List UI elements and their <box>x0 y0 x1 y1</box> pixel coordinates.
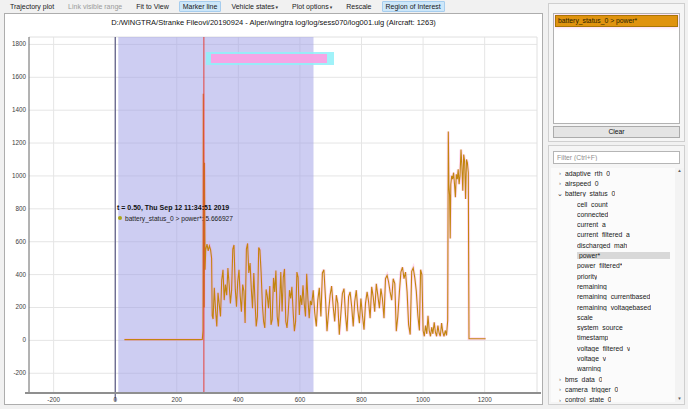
y-tick-label: 1000 <box>12 172 27 179</box>
tree-item-label: scale <box>577 314 593 321</box>
plot-panel: D:/WINGTRA/Stranke Fileovi/20190924 - Al… <box>4 13 543 405</box>
scroll-up-arrow-icon[interactable]: ▲ <box>675 168 684 173</box>
tree-item-current-a[interactable]: current_a <box>551 219 684 229</box>
tree-item-label: battery_status_0 <box>565 190 615 197</box>
tree-item-label: connected <box>577 211 608 218</box>
toolbar-button-trajectory-plot[interactable]: Trajectory plot <box>6 1 58 12</box>
x-tick-label: 400 <box>233 396 244 403</box>
dropdown-arrow-icon: ▾ <box>276 4 279 10</box>
tree-item-remaining-voltagebased[interactable]: remaining_voltagebased <box>551 302 684 312</box>
tree-item-camera-trigger-0[interactable]: ›camera_trigger_0 <box>551 384 684 394</box>
chevron-down-icon[interactable]: ⌄ <box>555 190 565 198</box>
tree-item-label: current_a <box>577 221 606 228</box>
tree-item-adaptive-rth-0[interactable]: ›adaptive_rth_0 <box>551 168 684 178</box>
tree-item-battery-status-0[interactable]: ⌄battery_status_0 <box>551 189 684 199</box>
chevron-right-icon[interactable]: › <box>555 397 565 402</box>
tree-item-label: bms_data_0 <box>565 376 602 383</box>
scroll-down-arrow-icon[interactable]: ▼ <box>675 396 684 401</box>
tree-item-label: remaining_currentbased <box>577 293 650 300</box>
tree-item-label: power* <box>577 252 670 259</box>
tree-item-voltage-filtered-v[interactable]: voltage_filtered_v <box>551 343 684 353</box>
y-tick-label: 1800 <box>12 40 27 47</box>
tree-item-label: system_source <box>577 324 623 331</box>
tree-item-timestamp[interactable]: timestamp <box>551 333 684 343</box>
clear-button[interactable]: Clear <box>553 126 680 138</box>
x-tick-label: 1200 <box>478 396 493 403</box>
tree-rows: ›adaptive_rth_0›airspeed_0⌄battery_statu… <box>551 168 684 402</box>
legend-item[interactable]: battery_status_0 > power* <box>555 15 678 27</box>
y-tick-label: 400 <box>15 271 26 278</box>
toolbar-button-rescale[interactable]: Rescale <box>342 1 375 12</box>
tree-item-power[interactable]: power* <box>551 250 684 260</box>
tree-item-voltage-v[interactable]: voltage_v <box>551 353 684 363</box>
tree-item-power-filtered[interactable]: power_filtered* <box>551 261 684 271</box>
topic-tree: ›adaptive_rth_0›airspeed_0⌄battery_statu… <box>551 168 684 402</box>
tree-item-label: cell_count <box>577 201 608 208</box>
legend-panel: battery_status_0 > power* Clear <box>548 3 685 142</box>
tree-item-connected[interactable]: connected <box>551 209 684 219</box>
tree-item-scale[interactable]: scale <box>551 312 684 322</box>
toolbar-button-vehicle-states[interactable]: Vehicle states▾ <box>227 1 282 12</box>
tree-item-label: airspeed_0 <box>565 180 599 187</box>
tree-item-current-filtered-a[interactable]: current_filtered_a <box>551 230 684 240</box>
chevron-right-icon[interactable]: › <box>555 386 565 392</box>
toolbar-button-region-of-interest[interactable]: Region of Interest <box>382 1 445 12</box>
tree-item-label: voltage_v <box>577 355 606 362</box>
tree-item-label: discharged_mah <box>577 242 627 249</box>
x-tick-label: 200 <box>172 396 183 403</box>
tree-scrollbar[interactable]: ▲ ▼ <box>675 168 684 402</box>
y-tick-label: 1200 <box>12 139 27 146</box>
tree-item-label: timestamp <box>577 334 608 341</box>
tree-item-airspeed-0[interactable]: ›airspeed_0 <box>551 178 684 188</box>
chevron-right-icon[interactable]: › <box>555 180 565 186</box>
legend-list[interactable]: battery_status_0 > power* <box>553 13 680 124</box>
compression-artifact-pink <box>211 54 327 63</box>
toolbar-button-plot-options[interactable]: Plot options▾ <box>288 1 336 12</box>
tree-item-priority[interactable]: priority <box>551 271 684 281</box>
toolbar-button-link-visible-range: Link visible range <box>64 1 126 12</box>
tree-item-label: adaptive_rth_0 <box>565 170 610 177</box>
y-tick-label: 600 <box>15 238 26 245</box>
tree-item-label: power_filtered* <box>577 262 622 269</box>
x-tick-label: 800 <box>356 396 367 403</box>
power-chart[interactable]: -200020040060080010001200-20002004006008… <box>5 14 542 404</box>
y-tick-label: 800 <box>15 205 26 212</box>
tree-item-remaining-currentbased[interactable]: remaining_currentbased <box>551 292 684 302</box>
filter-input[interactable] <box>553 151 680 164</box>
marker-annotation-value: battery_status_0 > power*: 5.666927 <box>125 215 233 223</box>
tree-item-bms-data-0[interactable]: ›bms_data_0 <box>551 374 684 384</box>
tree-item-label: control_state_0 <box>565 396 611 402</box>
tree-item-system-source[interactable]: system_source <box>551 322 684 332</box>
x-tick-label: 1000 <box>416 396 431 403</box>
chevron-right-icon[interactable]: › <box>555 170 565 176</box>
x-tick-label: 600 <box>295 396 306 403</box>
y-tick-label: 1400 <box>12 106 27 113</box>
tree-item-label: remaining_voltagebased <box>577 304 651 311</box>
marker-annotation-time: t = 0.50, Thu Sep 12 11:34:51 2019 <box>117 204 229 212</box>
tree-item-label: remaining <box>577 283 607 290</box>
y-tick-label: 0 <box>22 336 26 343</box>
tree-item-label: warning <box>577 365 601 372</box>
y-tick-label: -200 <box>13 369 26 376</box>
y-tick-label: 200 <box>15 303 26 310</box>
annotation-series-dot-icon <box>118 216 122 220</box>
field-browser-panel: ›adaptive_rth_0›airspeed_0⌄battery_statu… <box>548 145 685 405</box>
tree-item-cell-count[interactable]: cell_count <box>551 199 684 209</box>
toolbar-button-fit-to-view[interactable]: Fit to View <box>132 1 173 12</box>
toolbar-button-marker-line[interactable]: Marker line <box>179 1 222 12</box>
x-tick-label: -200 <box>47 396 60 403</box>
tree-item-label: voltage_filtered_v <box>577 345 630 352</box>
tree-item-label: camera_trigger_0 <box>565 386 618 393</box>
tree-item-warning[interactable]: warning <box>551 364 684 374</box>
tree-item-discharged-mah[interactable]: discharged_mah <box>551 240 684 250</box>
tree-item-remaining[interactable]: remaining <box>551 281 684 291</box>
tree-item-label: priority <box>577 273 597 280</box>
y-tick-label: 1600 <box>12 73 27 80</box>
dropdown-arrow-icon: ▾ <box>330 4 333 10</box>
tree-item-control-state-0[interactable]: ›control_state_0 <box>551 395 684 402</box>
x-tick-label: 0 <box>113 396 117 403</box>
chevron-right-icon[interactable]: › <box>555 376 565 382</box>
tree-item-label: current_filtered_a <box>577 231 630 238</box>
